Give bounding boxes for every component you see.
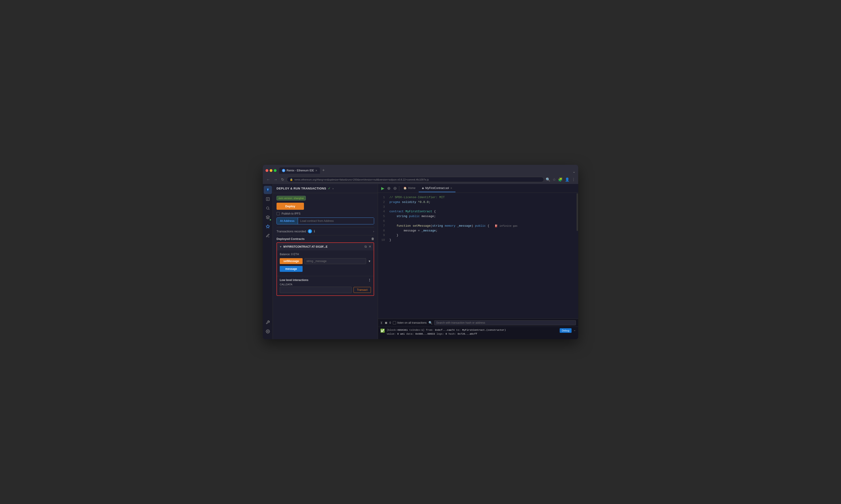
line-num-5: 5 <box>378 214 385 219</box>
code-line-8: message = _message; <box>390 229 574 233</box>
code-line-4: contract MyFirstContract { <box>390 209 574 214</box>
left-panel: DEPLOY & RUN TRANSACTIONS ✓ › evm versio… <box>273 184 378 339</box>
deploy-button[interactable]: Deploy <box>276 203 304 210</box>
remove-contract-icon[interactable]: ✕ <box>368 245 371 249</box>
deployed-contracts-label: Deployed Contracts <box>276 237 305 240</box>
browser-window: R Remix - Ethereum IDE × + ⌄ ← → ↻ 🔒 rem… <box>263 165 578 339</box>
copy-address-icon[interactable]: ⧉ <box>364 245 367 249</box>
console-collapse-button[interactable]: ⊻ <box>380 321 382 325</box>
contract-card-body: Balance: 0 ETH setMessage ▼ message <box>277 250 374 276</box>
bookmark-icon[interactable]: ☆ <box>553 177 556 182</box>
zoom-out-button[interactable]: ⊖ <box>392 184 398 193</box>
tab-close-button[interactable]: × <box>315 169 317 172</box>
message-button[interactable]: message <box>280 266 303 272</box>
lock-icon: 🔒 <box>290 178 293 181</box>
sidebar-item-settings[interactable] <box>264 327 272 336</box>
transactions-row: Transactions recorded 1 ℹ › <box>276 227 374 235</box>
editor-scrollbar[interactable] <box>576 193 578 319</box>
clear-contracts-button[interactable]: 🗑 <box>371 237 374 240</box>
line-num-1: 1 <box>378 195 385 200</box>
calldata-row: Transact <box>280 287 371 293</box>
code-line-7: function setMessage(string memory _messa… <box>390 224 574 229</box>
log-text: [block:4994361 txIndex:1] from: 0x9cf...… <box>387 328 506 336</box>
active-tab[interactable]: R Remix - Ethereum IDE × <box>279 167 320 174</box>
set-message-input[interactable] <box>304 258 366 264</box>
listen-row: listen on all transactions <box>393 321 427 324</box>
calldata-input[interactable] <box>280 287 352 293</box>
set-message-row: setMessage ▼ <box>280 258 371 264</box>
close-window-button[interactable] <box>265 169 268 172</box>
address-bar[interactable]: 🔒 remix.ethereum.org/#lang=en&optimize=f… <box>287 177 544 182</box>
sidebar-bottom <box>264 318 272 337</box>
message-row: message <box>280 266 371 272</box>
sidebar-top <box>264 186 272 317</box>
url-text: remix.ethereum.org/#lang=en&optimize=fal… <box>294 178 429 181</box>
browser-tabs: R Remix - Ethereum IDE × + ⌄ <box>279 167 576 174</box>
remix-logo[interactable] <box>264 186 272 194</box>
publish-ipfs-checkbox[interactable] <box>276 212 280 215</box>
transact-button[interactable]: Transact <box>354 287 371 293</box>
set-message-dropdown-icon[interactable]: ▼ <box>368 259 371 263</box>
file-tab-myfirstcontract[interactable]: ◈ MyFirstContract.sol × <box>419 184 456 192</box>
browser-toolbar: ← → ↻ 🔒 remix.ethereum.org/#lang=en&opti… <box>265 176 576 184</box>
sidebar-item-tools[interactable] <box>264 318 272 326</box>
set-message-button[interactable]: setMessage <box>280 258 303 264</box>
low-level-menu-icon[interactable]: ⋮ <box>368 278 371 282</box>
line-num-2: 2 <box>378 200 385 205</box>
menu-icon[interactable]: ⋮ <box>572 177 576 182</box>
contract-card-header: ▼ MYFIRSTCONTRACT AT 0X10F...E ⧉ ✕ <box>277 243 374 250</box>
line-num-9: 9 <box>378 233 385 238</box>
sidebar-item-debug[interactable] <box>264 232 272 240</box>
load-address-input[interactable] <box>298 218 374 224</box>
console-expand-icon[interactable]: ⌄ <box>573 328 576 332</box>
debug-button[interactable]: Debug <box>560 328 571 333</box>
bottom-console: ⊻ ⏹ 0 listen on all transactions 🔍 ✅ [bl… <box>378 319 578 339</box>
back-button[interactable]: ← <box>265 177 271 182</box>
panel-expand-arrow[interactable]: › <box>332 187 334 190</box>
at-address-row: At Address <box>276 218 374 224</box>
sidebar-item-compile[interactable] <box>264 213 272 221</box>
contract-card-icons: ⧉ ✕ <box>364 245 371 249</box>
log-tx-info: value: 0 wei data: 0x608...60033 logs: 0… <box>387 332 477 335</box>
sidebar-item-files[interactable] <box>264 195 272 203</box>
console-prompt[interactable]: > <box>378 337 578 339</box>
tx-info-icon[interactable]: ℹ <box>314 229 315 233</box>
panel-title: DEPLOY & RUN TRANSACTIONS ✓ › <box>276 187 334 190</box>
at-address-button[interactable]: At Address <box>277 218 298 224</box>
calldata-label: CALLDATA <box>280 283 371 286</box>
console-search-icon[interactable]: 🔍 <box>429 321 432 325</box>
line-num-7: 7 <box>378 224 385 229</box>
home-tab[interactable]: 🏠 Home <box>400 185 419 192</box>
panel-header: DEPLOY & RUN TRANSACTIONS ✓ › <box>273 184 378 193</box>
code-line-9: } <box>390 233 574 238</box>
sidebar-item-deploy[interactable] <box>264 222 272 231</box>
run-button[interactable]: ▶ <box>380 184 386 193</box>
listen-all-tx-checkbox[interactable] <box>393 321 396 324</box>
zoom-icon[interactable]: 🔍 <box>546 177 550 182</box>
log-block-info: [block:4994361 txIndex:1] from: 0x9cf...… <box>387 329 506 331</box>
refresh-button[interactable]: ↻ <box>280 177 285 182</box>
tab-dropdown[interactable]: ⌄ <box>572 169 576 174</box>
tx-count-badge: 1 <box>308 229 312 233</box>
zoom-in-button[interactable]: ⊕ <box>386 184 392 193</box>
code-content[interactable]: // SPDX-License-Identifier: MIT pragma s… <box>387 193 576 319</box>
deployed-header: Deployed Contracts 🗑 <box>276 235 374 242</box>
console-search-input[interactable] <box>434 320 576 325</box>
console-stop-button[interactable]: ⏹ <box>384 321 388 325</box>
low-level-section: Low level interactions ⋮ CALLDATA Transa… <box>277 276 374 295</box>
extension-icon[interactable]: 🧩 <box>558 177 563 182</box>
maximize-window-button[interactable] <box>274 169 276 172</box>
file-tab-close[interactable]: × <box>450 186 452 190</box>
minimize-window-button[interactable] <box>270 169 272 172</box>
right-area: ▶ ⊕ ⊖ 🏠 Home ◈ MyFirstContract.sol × 1 <box>378 184 578 339</box>
forward-button[interactable]: → <box>273 177 278 182</box>
new-tab-button[interactable]: + <box>321 167 327 174</box>
transactions-section: Transactions recorded 1 ℹ › <box>273 227 378 235</box>
contract-chevron-icon[interactable]: ▼ <box>279 245 282 248</box>
sidebar-item-search[interactable] <box>264 204 272 212</box>
tx-expand-arrow[interactable]: › <box>373 230 374 233</box>
main-layout: DEPLOY & RUN TRANSACTIONS ✓ › evm versio… <box>263 184 578 339</box>
user-icon[interactable]: 👤 <box>565 177 569 182</box>
transactions-recorded-label: Transactions recorded <box>276 230 306 233</box>
svg-point-2 <box>267 207 269 209</box>
